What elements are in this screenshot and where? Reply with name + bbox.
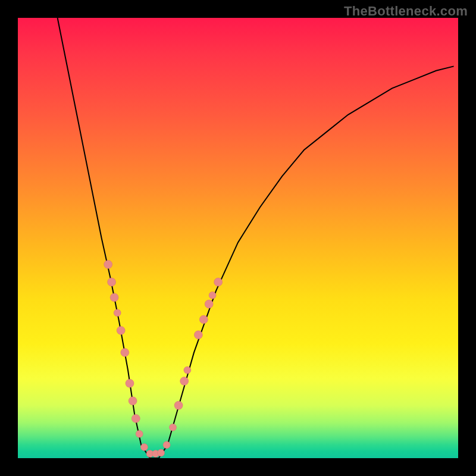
data-marker [114, 309, 121, 317]
data-marker [199, 315, 208, 324]
bottleneck-curve [58, 18, 454, 458]
data-marker [209, 292, 216, 299]
data-marker [104, 260, 112, 268]
data-marker [140, 444, 148, 451]
data-marker [117, 326, 125, 334]
data-marker [136, 430, 143, 437]
data-marker [131, 414, 140, 422]
data-marker [174, 401, 183, 409]
data-marker [214, 278, 223, 286]
data-marker [194, 331, 202, 339]
data-marker [126, 379, 134, 387]
data-marker [158, 449, 165, 456]
marker-group [104, 260, 223, 457]
plot-area [18, 18, 458, 458]
data-marker [129, 397, 137, 405]
data-marker [163, 441, 170, 449]
data-marker [184, 367, 191, 374]
data-marker [121, 348, 129, 356]
data-marker [180, 377, 189, 386]
attribution-label: TheBottleneck.com [344, 4, 468, 19]
data-marker [170, 424, 177, 431]
data-marker [110, 293, 118, 302]
curve-svg [18, 18, 458, 458]
data-marker [108, 278, 116, 286]
chart-stage: TheBottleneck.com [0, 0, 476, 476]
data-marker [205, 300, 213, 308]
